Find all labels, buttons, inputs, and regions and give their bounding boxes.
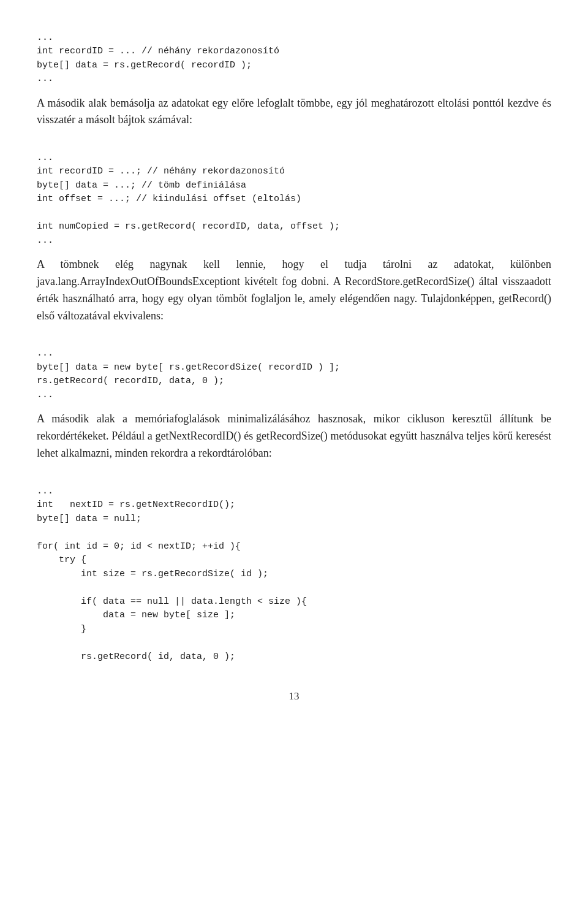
code-block-1: ... int recordID = ... // néhány rekorda… [37, 17, 551, 86]
code-block-4: ... int nextID = rs.getNextRecordID(); b… [37, 471, 551, 664]
code-line: ... [37, 235, 53, 246]
code-line: int recordID = ...; // néhány rekordazon… [37, 166, 285, 177]
code-line: byte[] data = ...; // tömb definiálása [37, 180, 246, 191]
code-line: rs.getRecord( recordID, data, 0 ); [37, 376, 224, 386]
paragraph-2: A tömbnek elég nagynak kell lennie, hogy… [37, 256, 551, 325]
code-line: if( data == null || data.length < size )… [37, 596, 307, 607]
code-line: ... [37, 390, 53, 400]
code-line: ... [37, 153, 53, 163]
code-line: data = new byte[ size ]; [37, 610, 235, 620]
code-line: for( int id = 0; id < nextID; ++id ){ [37, 541, 241, 552]
code-line: ... [37, 74, 53, 84]
code-line: ... [37, 348, 53, 359]
code-line: rs.getRecord( id, data, 0 ); [37, 652, 235, 662]
paragraph-3: A második alak a memóriafoglalások minim… [37, 411, 551, 462]
code-line: } [37, 624, 86, 634]
code-line: int nextID = rs.getNextRecordID(); [37, 500, 235, 510]
code-line: int recordID = ... // néhány rekordazono… [37, 46, 279, 56]
code-line: byte[] data = new byte[ rs.getRecordSize… [37, 362, 340, 373]
code-line: int numCopied = rs.getRecord( recordID, … [37, 221, 340, 232]
code-line: int size = rs.getRecordSize( id ); [37, 569, 268, 579]
code-line: ... [37, 486, 53, 497]
code-line: byte[] data = null; [37, 514, 141, 524]
code-block-2: ... int recordID = ...; // néhány rekord… [37, 137, 551, 248]
code-line: ... [37, 32, 53, 43]
code-line: try { [37, 555, 86, 565]
page-number: 13 [37, 688, 551, 704]
paragraph-1: A második alak bemásolja az adatokat egy… [37, 95, 551, 129]
code-line: byte[] data = rs.getRecord( recordID ); [37, 60, 252, 70]
code-line: int offset = ...; // kiindulási offset (… [37, 194, 301, 204]
code-block-3: ... byte[] data = new byte[ rs.getRecord… [37, 333, 551, 403]
